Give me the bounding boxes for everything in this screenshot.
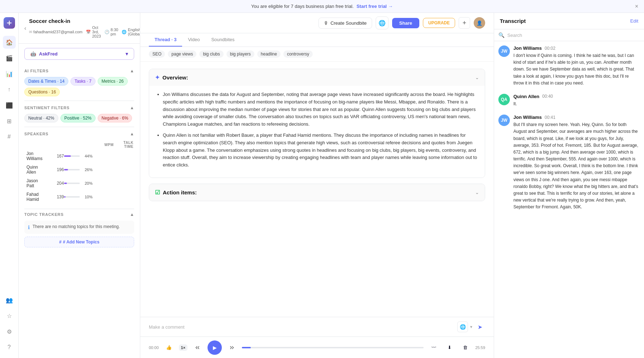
speaker-wpm-jason: 204 bbox=[43, 181, 64, 186]
nav-layers-icon[interactable]: ⬛ bbox=[3, 99, 16, 112]
sentiment-positive[interactable]: Positive · 52% bbox=[60, 114, 96, 122]
player-speed-button[interactable]: 1× bbox=[179, 344, 188, 351]
transcript-search-input[interactable] bbox=[507, 33, 640, 38]
cf-big-clubs[interactable]: big clubs bbox=[199, 50, 223, 58]
askfred-button[interactable]: 🤖 AskFred ▾ bbox=[24, 48, 134, 60]
transcript-search-icon: 🔍 bbox=[498, 32, 504, 38]
speaker-pct-jason: 20% bbox=[81, 181, 93, 185]
nav-video-icon[interactable]: 🎬 bbox=[3, 52, 16, 64]
trial-banner: You are eligible for 7 days business pla… bbox=[0, 0, 644, 13]
sentiment-filters-header[interactable]: SENTIMENT FILTERS ▲ bbox=[24, 105, 134, 110]
col-header-wpm: WPM bbox=[95, 141, 114, 149]
nav-home-icon[interactable]: 🏠 bbox=[3, 36, 16, 49]
col-header-talktime: TALK TIME bbox=[114, 141, 133, 149]
nav-help-icon[interactable]: ? bbox=[3, 341, 16, 354]
message-text-1: I don't know if Quinn is coming. I think… bbox=[513, 52, 640, 87]
speaker-name-fahad: Fahad Hamid bbox=[26, 192, 43, 202]
player-thumbs-up-button[interactable]: 👍 bbox=[163, 342, 175, 353]
player-waveform-button[interactable]: 〰 bbox=[428, 342, 439, 353]
speaker-row-fahad[interactable]: Fahad Hamid 139 10% bbox=[25, 190, 94, 204]
speaker-wpm-quinn: 196 bbox=[43, 167, 64, 172]
meeting-email: ✉ fahadhamid237@gmail.com bbox=[29, 30, 82, 34]
meeting-title: Soccer check-in bbox=[29, 18, 140, 24]
player-rewind-button[interactable] bbox=[192, 342, 203, 353]
speaker-row-quinn[interactable]: Quinn Allen 196 26% bbox=[25, 163, 94, 176]
tab-thread[interactable]: Thread · 3 bbox=[149, 33, 182, 47]
message-meta-3: Jon Williams 00:41 bbox=[513, 115, 640, 120]
add-topic-button[interactable]: # # Add New Topics bbox=[24, 237, 134, 247]
nav-people-icon[interactable]: 👥 bbox=[3, 294, 16, 306]
waveform[interactable] bbox=[242, 343, 424, 352]
nav-settings-icon[interactable]: ⚙ bbox=[3, 325, 16, 338]
cf-headline[interactable]: headline bbox=[257, 50, 280, 58]
back-button[interactable]: ‹ bbox=[24, 25, 26, 32]
message-avatar-1: JW bbox=[498, 45, 510, 57]
speakers-header[interactable]: SPEAKERS ▲ bbox=[24, 131, 134, 136]
app-logo[interactable] bbox=[4, 17, 15, 29]
tab-video[interactable]: Video bbox=[182, 33, 205, 47]
nav-star-icon[interactable]: ☆ bbox=[3, 309, 16, 322]
comment-input[interactable] bbox=[149, 324, 454, 330]
overview-bullet-1: Jon Williams discusses the data for Augu… bbox=[163, 91, 478, 128]
banner-close-button[interactable]: × bbox=[635, 3, 638, 10]
message-body-2: Quinn Allen 00:40 It. bbox=[513, 94, 640, 107]
cf-page-views[interactable]: page views bbox=[168, 50, 196, 58]
player-delete-button[interactable]: 🗑 bbox=[459, 342, 471, 353]
speaker-pct-jon: 44% bbox=[81, 154, 93, 158]
filter-tag-tasks[interactable]: Tasks · 7 bbox=[70, 77, 95, 86]
transcript-title: Transcript bbox=[500, 18, 526, 24]
nav-share-icon[interactable]: ↑ bbox=[3, 83, 16, 96]
player-download-button[interactable]: ⬇ bbox=[444, 342, 455, 353]
content-filters: SEO page views big clubs big players hea… bbox=[140, 47, 494, 62]
message-text-3: But I'll share my screen here. Yeah. Hey… bbox=[513, 121, 640, 211]
cf-big-players[interactable]: big players bbox=[226, 50, 254, 58]
message-block-3: JW Jon Williams 00:41 But I'll share my … bbox=[498, 115, 640, 211]
overview-section-header[interactable]: ✦ Overview: ⌄ bbox=[149, 69, 485, 86]
comment-dropdown[interactable]: ▾ bbox=[470, 324, 472, 329]
comment-globe-button[interactable]: 🌐 bbox=[457, 321, 468, 332]
meeting-language: 🌐 English (Global) bbox=[122, 28, 140, 36]
sentiment-filters-title: SENTIMENT FILTERS bbox=[24, 106, 70, 110]
filter-tag-questions[interactable]: Questions · 16 bbox=[24, 88, 60, 96]
globe-button[interactable]: 🌐 bbox=[376, 16, 389, 29]
speakers-collapse-icon: ▲ bbox=[130, 131, 134, 136]
ai-filter-tags: Dates & Times · 14 Tasks · 7 Metrics · 2… bbox=[24, 77, 134, 96]
action-items-section-header[interactable]: ☑ Action items: ⌄ bbox=[149, 184, 485, 201]
nav-hash-icon[interactable]: # bbox=[3, 130, 16, 143]
sentiment-negative[interactable]: Negative · 6% bbox=[98, 114, 132, 122]
askfred-chevron-icon: ▾ bbox=[126, 51, 128, 57]
thread-content: ✦ Overview: ⌄ Jon Williams discusses the… bbox=[140, 62, 494, 317]
create-soundbite-button[interactable]: 🎙 Create Soundbite bbox=[318, 18, 372, 29]
overview-card: ✦ Overview: ⌄ Jon Williams discusses the… bbox=[149, 69, 485, 178]
speaker-row-jason[interactable]: Jason Patt 204 20% bbox=[25, 176, 94, 190]
player-track-fill bbox=[242, 347, 251, 348]
nav-chart-icon[interactable]: 📊 bbox=[3, 67, 16, 80]
tab-soundbites[interactable]: Soundbites bbox=[205, 33, 240, 47]
nav-grid-icon[interactable]: ⊞ bbox=[3, 115, 16, 127]
speaker-name-quinn: Quinn Allen bbox=[26, 165, 43, 175]
banner-text: You are eligible for 7 days business pla… bbox=[251, 4, 353, 9]
speaker-name-jason: Jason Patt bbox=[26, 178, 43, 188]
filter-tag-dates[interactable]: Dates & Times · 14 bbox=[24, 77, 68, 86]
upgrade-button[interactable]: UPGRADE bbox=[423, 18, 455, 28]
ai-filters-header[interactable]: AI FILTERS ▲ bbox=[24, 68, 134, 73]
share-button[interactable]: Share bbox=[392, 18, 419, 28]
start-trial-link[interactable]: Start free trial → bbox=[356, 4, 393, 9]
cf-seo[interactable]: SEO bbox=[149, 50, 165, 58]
transcript-edit-button[interactable]: Edit bbox=[630, 18, 638, 24]
overview-star-icon: ✦ bbox=[155, 74, 160, 81]
sentiment-neutral[interactable]: Neutral · 42% bbox=[24, 114, 58, 122]
filter-tag-metrics[interactable]: Metrics · 26 bbox=[98, 77, 128, 86]
player-play-button[interactable]: ▶ bbox=[208, 340, 222, 355]
message-body-1: Jon Williams 00:02 I don't know if Quinn… bbox=[513, 45, 640, 87]
sidebar-header: ‹ Soccer check-in ✉ fahadhamid237@gmail.… bbox=[19, 13, 140, 44]
message-time-1: 00:02 bbox=[545, 46, 555, 51]
speaker-row-jon[interactable]: Jon Williams 167 44% bbox=[25, 149, 94, 163]
plus-button[interactable]: + bbox=[459, 17, 470, 29]
cf-controversy[interactable]: controversy bbox=[283, 50, 313, 58]
topic-info-icon: ℹ bbox=[28, 224, 30, 230]
comment-send-button[interactable]: ➤ bbox=[474, 321, 485, 332]
topic-trackers-header[interactable]: TOPIC TRACKERS ▲ bbox=[24, 212, 134, 217]
player-track[interactable] bbox=[242, 347, 424, 348]
player-forward-button[interactable] bbox=[226, 342, 238, 353]
